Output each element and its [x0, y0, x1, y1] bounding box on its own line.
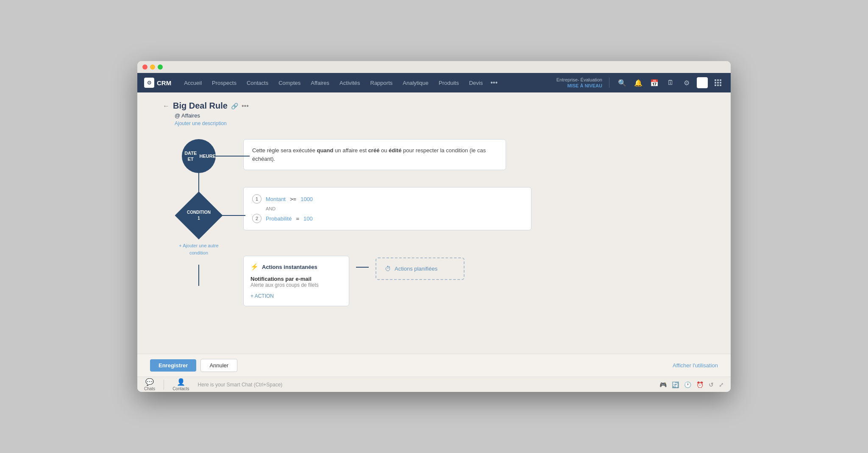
- nav-items: Accueil Prospects Contacts Comptes Affai…: [180, 76, 556, 89]
- close-button[interactable]: [142, 64, 147, 70]
- action-item-subtitle: Alerte aux gros coups de filets: [250, 282, 342, 288]
- info-box-content: Cette règle sera exécutée quand un affai…: [243, 139, 506, 170]
- calendar-plus-icon[interactable]: 📅: [648, 77, 660, 89]
- scheduled-actions-box[interactable]: ⏱ Actions planifiées: [376, 257, 465, 280]
- breadcrumb: @ Affaires: [175, 112, 718, 119]
- condition-row-2: 2 Probabilité = 100: [252, 214, 523, 223]
- actions-area: ⚡ Actions instantanées Notifications par…: [243, 256, 718, 306]
- condition-connector-h: [222, 215, 245, 216]
- chat-divider: [164, 380, 164, 390]
- condition-number-1: 1: [252, 194, 262, 204]
- cancel-button[interactable]: Annuler: [200, 359, 237, 372]
- enterprise-badge: Entreprise- Évaluation MISE À NIVEAU: [556, 77, 602, 89]
- instant-actions-box: ⚡ Actions instantanées Notifications par…: [243, 256, 349, 306]
- history-icon[interactable]: ↺: [709, 381, 714, 388]
- grid-icon[interactable]: [712, 77, 724, 89]
- bottom-bar: Enregistrer Annuler Afficher l'utilisati…: [137, 354, 731, 377]
- smart-chat-bar: 💬 Chats 👤 Contacts Here is your Smart Ch…: [137, 377, 731, 392]
- add-condition-link[interactable]: + Ajouter une autrecondition: [179, 242, 218, 256]
- lightning-icon: ⚡: [250, 263, 259, 271]
- expand-icon[interactable]: ⤢: [719, 381, 724, 388]
- smart-chat-input[interactable]: Here is your Smart Chat (Ctrl+Space): [198, 382, 651, 388]
- condition-1-field[interactable]: Montant: [266, 196, 286, 202]
- page-title: Big Deal Rule: [173, 101, 228, 111]
- nav-devis[interactable]: Devis: [465, 77, 487, 89]
- nav-analytique[interactable]: Analytique: [398, 77, 433, 89]
- trigger-connector-h: [216, 156, 250, 157]
- refresh-icon[interactable]: 🔄: [672, 381, 679, 388]
- nav-comptes[interactable]: Comptes: [274, 77, 305, 89]
- alarm-icon[interactable]: ⏰: [696, 381, 704, 388]
- contacts-tab[interactable]: 👤 Contacts: [172, 378, 189, 391]
- condition-2-value[interactable]: 100: [303, 215, 313, 222]
- condition-node-wrapper: CONDITION 1: [175, 192, 222, 239]
- brand-label: CRM: [157, 79, 171, 87]
- gamepad-icon[interactable]: 🎮: [659, 381, 667, 388]
- add-action-button[interactable]: + ACTION: [250, 293, 342, 299]
- edit-icon[interactable]: 🔗: [231, 103, 238, 109]
- info-box: Cette règle sera exécutée quand un affai…: [243, 139, 718, 170]
- user-avatar[interactable]: [697, 77, 708, 88]
- page-header: ← Big Deal Rule 🔗 •••: [163, 101, 718, 111]
- condition-card[interactable]: 1 Montant >= 1000 AND 2 Probabilité =: [243, 187, 531, 230]
- chat-bubble-icon: 💬: [145, 378, 154, 386]
- workflow-area: DATE ET HEURE CONDITION 1: [163, 135, 718, 306]
- app-window: ⊙ CRM Accueil Prospects Contacts Comptes…: [137, 61, 731, 392]
- timer-icon: ⏱: [385, 265, 391, 272]
- bell-icon[interactable]: 🔔: [632, 77, 644, 89]
- nav-affaires[interactable]: Affaires: [306, 77, 334, 89]
- minimize-button[interactable]: [150, 64, 155, 70]
- title-bar: [137, 61, 731, 73]
- navbar: ⊙ CRM Accueil Prospects Contacts Comptes…: [137, 73, 731, 92]
- navbar-right: Entreprise- Évaluation MISE À NIVEAU 🔍 🔔…: [556, 77, 724, 89]
- add-condition-label[interactable]: + Ajouter une autrecondition: [179, 242, 218, 256]
- more-options-icon[interactable]: •••: [242, 102, 249, 110]
- settings-icon[interactable]: ⚙: [681, 77, 693, 89]
- connector-v2: [198, 265, 199, 286]
- condition-2-operator: =: [296, 215, 299, 222]
- brand[interactable]: ⊙ CRM: [144, 78, 171, 88]
- back-button[interactable]: ←: [163, 102, 170, 110]
- instant-actions-header: ⚡ Actions instantanées: [250, 263, 342, 271]
- instant-action-item: Notifications par e-mail Alerte aux gros…: [250, 276, 342, 288]
- condition-2-field[interactable]: Probabilité: [266, 215, 292, 222]
- search-icon[interactable]: 🔍: [616, 77, 628, 89]
- nav-divider: [609, 78, 609, 88]
- nav-activites[interactable]: Activités: [335, 77, 364, 89]
- condition-node-label: CONDITION 1: [187, 210, 211, 221]
- condition-number-2: 2: [252, 214, 262, 223]
- calendar-icon[interactable]: 🗓: [665, 77, 676, 89]
- brand-icon: ⊙: [144, 78, 154, 88]
- nav-rapports[interactable]: Rapports: [366, 77, 397, 89]
- save-button[interactable]: Enregistrer: [150, 359, 196, 372]
- chat-right-icons: 🎮 🔄 🕐 ⏰ ↺ ⤢: [659, 381, 724, 388]
- condition-join: AND: [266, 206, 523, 211]
- nodes-column: DATE ET HEURE CONDITION 1: [163, 135, 235, 286]
- nav-prospects[interactable]: Prospects: [208, 77, 241, 89]
- condition-1-operator: >=: [290, 196, 296, 202]
- condition-card-wrapper: 1 Montant >= 1000 AND 2 Probabilité =: [243, 187, 718, 230]
- connector-v1: [198, 173, 199, 192]
- main-content: ← Big Deal Rule 🔗 ••• @ Affaires Ajouter…: [137, 92, 731, 354]
- add-description-link[interactable]: Ajouter une description: [175, 120, 718, 126]
- condition-1-value[interactable]: 1000: [300, 196, 313, 202]
- chat-tab[interactable]: 💬 Chats: [144, 378, 155, 391]
- nav-contacts[interactable]: Contacts: [242, 77, 273, 89]
- nav-more-button[interactable]: •••: [489, 76, 499, 89]
- nav-produits[interactable]: Produits: [434, 77, 463, 89]
- show-usage-link[interactable]: Afficher l'utilisation: [673, 362, 718, 369]
- actions-h-connector: [356, 267, 369, 268]
- contacts-icon: 👤: [177, 378, 185, 386]
- h-connector-line: [356, 267, 369, 268]
- trigger-node[interactable]: DATE ET HEURE: [182, 139, 216, 173]
- panels-column: Cette règle sera exécutée quand un affai…: [235, 135, 718, 306]
- clock-icon[interactable]: 🕐: [684, 381, 691, 388]
- condition-row-1: 1 Montant >= 1000: [252, 194, 523, 204]
- action-item-title: Notifications par e-mail: [250, 276, 342, 282]
- trigger-node-row: DATE ET HEURE: [182, 139, 216, 173]
- maximize-button[interactable]: [158, 64, 163, 70]
- nav-accueil[interactable]: Accueil: [180, 77, 206, 89]
